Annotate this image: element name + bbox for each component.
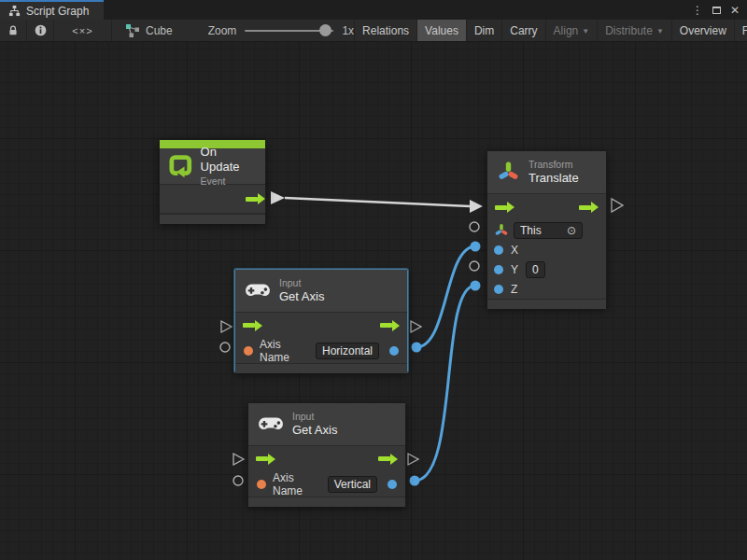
translate-x-row: X	[487, 240, 606, 259]
get-axis-flow-row	[248, 446, 405, 471]
zoom-control: Zoom 1x	[208, 20, 354, 41]
getaxis-v-name-connector[interactable]	[233, 476, 243, 485]
on-update-header[interactable]: On Update Event	[160, 148, 265, 185]
node-title: On Update	[201, 145, 256, 175]
node-on-update[interactable]: On Update Event	[159, 139, 266, 223]
close-icon[interactable]: ✕	[730, 5, 740, 16]
flow-out-port[interactable]	[378, 456, 390, 461]
node-title: Translate	[529, 171, 579, 186]
flow-in-port[interactable]	[243, 323, 255, 328]
script-graph-icon	[8, 5, 21, 17]
translate-flow-out-connector[interactable]	[612, 199, 623, 212]
tab-script-graph[interactable]: Script Graph	[0, 0, 104, 20]
flow-out-port[interactable]	[246, 197, 258, 202]
edit-unit-button[interactable]: <×>	[54, 20, 112, 41]
getaxis-v-flow-in-connector[interactable]	[233, 454, 244, 465]
result-output-port[interactable]	[388, 480, 397, 489]
carry-label: Carry	[510, 24, 537, 37]
getaxis-h-flow-in-connector[interactable]	[221, 321, 232, 332]
gamepad-icon	[245, 283, 271, 300]
axis-name-row: Axis Name Horizontal	[235, 338, 407, 363]
flow-in-port[interactable]	[256, 456, 268, 461]
flow-out-port[interactable]	[380, 323, 392, 328]
translate-y-connector[interactable]	[470, 261, 479, 271]
wire-flow-onupdate-translate[interactable]	[271, 191, 483, 213]
on-update-flow-row	[160, 185, 265, 214]
node-translate[interactable]: Transform Translate This ⊙	[486, 150, 607, 307]
info-button[interactable]	[27, 20, 54, 41]
lock-icon	[7, 25, 19, 36]
translate-self-row: This ⊙	[487, 220, 606, 240]
wire-value-horizontal-x[interactable]	[412, 242, 481, 353]
translate-header[interactable]: Transform Translate	[487, 151, 606, 194]
menu-icon[interactable]: ⋮	[692, 5, 703, 16]
x-port-label: X	[511, 244, 518, 257]
full-screen-button[interactable]: Full Screen	[734, 20, 747, 41]
getaxis-h-name-connector[interactable]	[220, 343, 230, 352]
tab-title: Script Graph	[26, 5, 89, 18]
graph-name-label: Cube	[146, 24, 173, 37]
node-category: Input	[292, 411, 337, 423]
node-footer	[487, 299, 606, 309]
node-footer	[160, 214, 265, 224]
lock-button[interactable]	[0, 20, 27, 41]
overview-button[interactable]: Overview	[671, 20, 734, 41]
flow-in-port[interactable]	[495, 205, 507, 210]
z-port-label: Z	[511, 283, 517, 296]
node-category: Input	[279, 277, 324, 289]
node-category: Transform	[529, 159, 579, 171]
graph-toolbar: <×> Cube Zoom 1x Relations Values	[0, 20, 747, 42]
get-axis-header[interactable]: Input Get Axis	[248, 403, 405, 446]
loop-event-icon	[169, 154, 192, 178]
code-icon: <×>	[72, 25, 92, 36]
get-axis-header[interactable]: Input Get Axis	[235, 270, 407, 313]
z-input-port[interactable]	[494, 285, 503, 294]
flow-out-port[interactable]	[579, 205, 591, 210]
distribute-label: Distribute	[605, 24, 653, 37]
graph-nodes-icon	[125, 23, 140, 38]
chevron-down-icon: ▼	[656, 28, 664, 35]
axis-name-value-field[interactable]: Vertical	[328, 476, 377, 493]
zoom-slider[interactable]	[245, 24, 333, 36]
x-input-port[interactable]	[494, 245, 503, 255]
carry-button[interactable]: Carry	[501, 20, 544, 41]
overview-label: Overview	[680, 24, 726, 37]
graph-reference[interactable]: Cube	[112, 20, 184, 41]
axis-name-input-port[interactable]	[244, 346, 253, 356]
translate-flow-row	[487, 194, 606, 220]
dim-label: Dim	[474, 24, 494, 37]
object-picker-icon[interactable]: ⊙	[567, 224, 576, 237]
translate-self-connector[interactable]	[470, 222, 479, 231]
axis-name-label: Axis Name	[260, 338, 309, 364]
values-label: Values	[425, 24, 458, 37]
relations-button[interactable]: Relations	[354, 20, 416, 41]
chevron-down-icon: ▼	[582, 28, 589, 35]
align-button[interactable]: Align ▼	[545, 20, 598, 41]
getaxis-h-flow-out-connector[interactable]	[411, 321, 421, 332]
y-input-port[interactable]	[494, 265, 503, 274]
values-button[interactable]: Values	[416, 20, 466, 41]
result-output-port[interactable]	[389, 346, 399, 356]
getaxis-v-flow-out-connector[interactable]	[408, 454, 418, 465]
self-object-value: This	[520, 224, 542, 237]
axis-name-row: Axis Name Vertical	[248, 471, 405, 497]
distribute-button[interactable]: Distribute ▼	[597, 20, 671, 41]
get-axis-flow-row	[235, 313, 407, 338]
self-object-field[interactable]: This ⊙	[514, 222, 583, 239]
wire-value-vertical-z[interactable]	[410, 281, 481, 486]
align-label: Align	[554, 24, 579, 37]
transform-mini-icon	[494, 223, 509, 238]
axis-name-value-field[interactable]: Horizontal	[316, 343, 379, 359]
node-get-axis-horizontal[interactable]: Input Get Axis Axis Name Horizontal	[234, 269, 408, 372]
maximize-icon[interactable]	[712, 7, 721, 14]
tab-bar: Script Graph ⋮ ✕	[0, 0, 747, 20]
translate-y-row: Y 0	[487, 259, 606, 279]
zoom-slider-handle[interactable]	[319, 24, 331, 36]
gamepad-icon	[258, 416, 284, 433]
axis-name-input-port[interactable]	[257, 480, 266, 489]
node-get-axis-vertical[interactable]: Input Get Axis Axis Name Vertical	[247, 402, 406, 506]
node-title: Get Axis	[279, 289, 324, 304]
graph-canvas[interactable]: On Update Event Transform Translate	[0, 42, 747, 560]
dim-button[interactable]: Dim	[466, 20, 501, 41]
y-value-field[interactable]: 0	[526, 261, 545, 278]
